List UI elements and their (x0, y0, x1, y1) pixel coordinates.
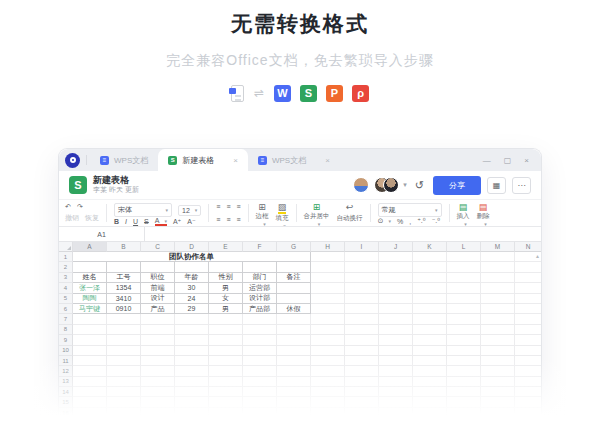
cell[interactable] (481, 346, 515, 356)
cell[interactable] (447, 418, 481, 428)
cell[interactable] (311, 397, 345, 407)
percent-icon[interactable]: % (397, 218, 403, 225)
chevron-down-icon[interactable]: ▾ (403, 181, 407, 189)
cell[interactable] (345, 273, 379, 283)
cell[interactable] (481, 408, 515, 418)
row-header-12[interactable]: 12 (59, 366, 73, 376)
cell[interactable]: 设计 (141, 294, 175, 304)
cell[interactable] (379, 387, 413, 397)
tab-close-icon[interactable]: × (233, 156, 238, 165)
cell[interactable]: 29 (175, 304, 209, 314)
cell[interactable]: 职位 (141, 273, 175, 283)
cell[interactable] (243, 346, 277, 356)
cell[interactable] (141, 335, 175, 345)
cell[interactable] (345, 262, 379, 272)
cell[interactable] (209, 397, 243, 407)
cell[interactable] (311, 273, 345, 283)
cell[interactable]: 工号 (107, 273, 141, 283)
row-header-9[interactable]: 9 (59, 335, 73, 345)
cell[interactable] (481, 387, 515, 397)
cell[interactable] (141, 262, 175, 272)
column-header-G[interactable]: G (277, 242, 311, 252)
cell[interactable] (515, 283, 541, 293)
maximize-button[interactable]: ▢ (504, 156, 512, 165)
row-header-7[interactable]: 7 (59, 314, 73, 324)
formula-input[interactable] (145, 227, 541, 241)
cell[interactable] (107, 346, 141, 356)
cell[interactable] (73, 408, 107, 418)
cell[interactable] (175, 408, 209, 418)
cell[interactable]: 产品部 (243, 304, 277, 314)
cell[interactable] (73, 356, 107, 366)
tab-WPS文档-0[interactable]: ≡WPS文档 (90, 149, 158, 171)
cell[interactable] (243, 397, 277, 407)
cell[interactable] (277, 397, 311, 407)
cell[interactable] (175, 377, 209, 387)
tab-WPS文档-2[interactable]: ≡WPS文档× (248, 149, 340, 171)
cell[interactable]: 0910 (107, 304, 141, 314)
cell[interactable]: 年龄 (175, 273, 209, 283)
cell[interactable] (413, 366, 447, 376)
cell[interactable] (311, 262, 345, 272)
cell[interactable] (175, 366, 209, 376)
cell[interactable] (107, 387, 141, 397)
cell[interactable] (73, 397, 107, 407)
fill-button[interactable]: ▨ 填充 (276, 202, 289, 224)
cell[interactable] (107, 377, 141, 387)
cell[interactable] (243, 262, 277, 272)
cell[interactable] (345, 387, 379, 397)
cell[interactable] (311, 366, 345, 376)
bold-button[interactable]: B (114, 218, 119, 225)
currency-icon[interactable]: ⊙ (378, 217, 391, 225)
cell[interactable] (311, 335, 345, 345)
cell[interactable] (141, 325, 175, 335)
cell[interactable] (107, 314, 141, 324)
close-button[interactable]: × (524, 156, 529, 165)
cell[interactable] (379, 304, 413, 314)
cell[interactable] (481, 335, 515, 345)
cell[interactable] (379, 346, 413, 356)
cell[interactable] (175, 397, 209, 407)
cell[interactable] (515, 325, 541, 335)
cell[interactable] (277, 314, 311, 324)
cell[interactable] (481, 283, 515, 293)
cell[interactable] (345, 366, 379, 376)
cell[interactable] (413, 283, 447, 293)
cell[interactable] (345, 418, 379, 428)
cell[interactable] (345, 377, 379, 387)
cell[interactable]: 部门 (243, 273, 277, 283)
column-header-K[interactable]: K (413, 242, 447, 252)
cell[interactable] (73, 346, 107, 356)
cell[interactable]: 24 (175, 294, 209, 304)
cell[interactable] (107, 356, 141, 366)
cell[interactable] (481, 366, 515, 376)
align-right-icon[interactable]: ≡ (237, 216, 241, 223)
cell[interactable] (141, 366, 175, 376)
cell[interactable] (447, 356, 481, 366)
cell[interactable] (175, 314, 209, 324)
row-header-16[interactable]: 16 (59, 408, 73, 418)
row-header-13[interactable]: 13 (59, 377, 73, 387)
wps-logo-icon[interactable] (65, 153, 80, 168)
cell[interactable] (277, 325, 311, 335)
cell[interactable] (243, 314, 277, 324)
cell[interactable]: 男 (209, 304, 243, 314)
cell[interactable] (447, 397, 481, 407)
align-left-icon[interactable]: ≡ (216, 216, 220, 223)
column-header-H[interactable]: H (311, 242, 345, 252)
cell[interactable] (447, 346, 481, 356)
cell[interactable] (481, 314, 515, 324)
cell[interactable] (515, 314, 541, 324)
wrap-text-button[interactable]: ↩ 自动换行 (337, 202, 363, 224)
cell[interactable] (379, 294, 413, 304)
cell[interactable] (379, 366, 413, 376)
cell[interactable] (277, 377, 311, 387)
cell[interactable] (447, 366, 481, 376)
cell[interactable] (345, 356, 379, 366)
cell[interactable] (175, 418, 209, 428)
column-header-L[interactable]: L (447, 242, 481, 252)
cell[interactable] (413, 325, 447, 335)
cell[interactable] (481, 262, 515, 272)
cell[interactable] (73, 335, 107, 345)
cell[interactable] (447, 335, 481, 345)
